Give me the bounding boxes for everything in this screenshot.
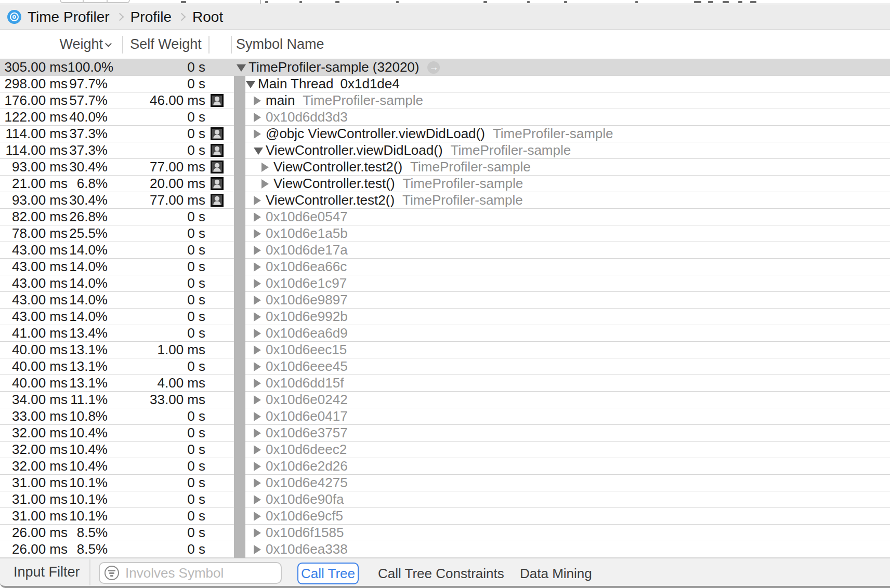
breadcrumb-item-instrument[interactable]: Time Profiler <box>28 9 110 25</box>
weight-percent-value: 30.4% <box>68 159 108 175</box>
symbol-cell: 0x10d6e1c97 <box>230 275 890 291</box>
disclosure-triangle-closed[interactable] <box>254 129 266 139</box>
disclosure-triangle-closed[interactable] <box>254 296 266 305</box>
disclosure-triangle-closed[interactable] <box>254 545 266 554</box>
call-tree-row[interactable]: 43.00 ms14.0%0 s0x10d6de17a <box>0 242 890 259</box>
disclosure-triangle-closed[interactable] <box>254 512 266 521</box>
disclosure-triangle-closed[interactable] <box>254 113 266 122</box>
call-tree-row[interactable]: 176.00 ms57.7%46.00 msmainTimeProfiler-s… <box>0 92 890 109</box>
disclosure-triangle-closed[interactable] <box>261 179 273 189</box>
call-tree-row[interactable]: 33.00 ms10.8%0 s0x10d6e0417 <box>0 408 890 425</box>
call-tree-row[interactable]: 21.00 ms6.8%20.00 msViewController.test(… <box>0 176 890 192</box>
disclosure-triangle-closed[interactable] <box>254 229 266 238</box>
disclosure-triangle-closed[interactable] <box>254 379 266 388</box>
disclosure-triangle-closed[interactable] <box>254 96 266 105</box>
disclosure-triangle-closed[interactable] <box>254 412 266 421</box>
disclosure-triangle-closed[interactable] <box>254 246 266 255</box>
disclosure-triangle-closed[interactable] <box>254 262 266 272</box>
call-tree-row[interactable]: 43.00 ms14.0%0 s0x10d6e9897 <box>0 292 890 309</box>
call-tree-row[interactable]: 114.00 ms37.3%0 s@objc ViewController.vi… <box>0 126 890 142</box>
weight-percent-value: 13.1% <box>68 342 108 358</box>
call-tree-row[interactable]: 43.00 ms14.0%0 s0x10d6ea66c <box>0 259 890 275</box>
call-tree-row[interactable]: 34.00 ms11.1%33.00 ms0x10d6e0242 <box>0 392 890 408</box>
column-header-self-weight[interactable]: Self Weight <box>123 36 208 52</box>
disclosure-triangle-closed[interactable] <box>254 362 266 371</box>
call-tree-row[interactable]: 43.00 ms14.0%0 s0x10d6e1c97 <box>0 275 890 292</box>
call-tree-row[interactable]: 40.00 ms13.1%0 s0x10d6eee45 <box>0 358 890 375</box>
symbol-label: ViewController.test2() <box>273 159 402 175</box>
call-tree-row[interactable]: 40.00 ms13.1%1.00 ms0x10d6eec15 <box>0 342 890 358</box>
symbol-label: 0x10d6f1585 <box>266 525 344 541</box>
call-tree-constraints-button[interactable]: Call Tree Constraints <box>378 563 504 584</box>
call-tree-row[interactable]: 78.00 ms25.5%0 s0x10d6e1a5b <box>0 225 890 242</box>
weight-percent-value: 8.5% <box>68 525 108 541</box>
column-header-symbol-name[interactable]: Symbol Name <box>232 36 324 52</box>
call-tree-row[interactable]: 32.00 ms10.4%0 s0x10d6e2d26 <box>0 458 890 475</box>
weight-ms-value: 31.00 ms <box>0 475 68 491</box>
chevron-right-icon <box>178 13 186 21</box>
call-tree-row[interactable]: 305.00 ms100.0%0 sTimeProfiler-sample (3… <box>0 59 890 76</box>
disclosure-triangle-closed[interactable] <box>254 345 266 355</box>
disclosure-triangle-closed[interactable] <box>261 163 273 172</box>
call-tree-row[interactable]: 31.00 ms10.1%0 s0x10d6e90fa <box>0 491 890 508</box>
self-weight-value: 0 s <box>108 358 205 375</box>
symbol-label: Main Thread <box>258 76 334 92</box>
symbol-cell: 0x10d6de17a <box>230 242 890 258</box>
disclosure-triangle-closed[interactable] <box>254 445 266 455</box>
call-tree-row[interactable]: 41.00 ms13.4%0 s0x10d6ea6d9 <box>0 325 890 342</box>
weight-ms-value: 32.00 ms <box>0 425 68 441</box>
symbol-label: 0x10d6deec2 <box>266 442 347 458</box>
disclosure-triangle-closed[interactable] <box>254 395 266 405</box>
disclosure-triangle-closed[interactable] <box>254 196 266 205</box>
person-badge-icon <box>211 144 224 157</box>
weight-ms-value: 43.00 ms <box>0 275 68 291</box>
disclosure-triangle-closed[interactable] <box>254 528 266 538</box>
call-tree-row[interactable]: 26.00 ms8.5%0 s0x10d6ea338 <box>0 541 890 558</box>
self-weight-value: 46.00 ms <box>108 92 205 109</box>
call-tree-row[interactable]: 32.00 ms10.4%0 s0x10d6deec2 <box>0 442 890 458</box>
call-tree-row[interactable]: 31.00 ms10.1%0 s0x10d6e4275 <box>0 475 890 491</box>
disclosure-triangle-closed[interactable] <box>254 212 266 222</box>
call-tree-row[interactable]: 93.00 ms30.4%77.00 msViewController.test… <box>0 159 890 176</box>
disclosure-triangle-closed[interactable] <box>254 312 266 322</box>
self-weight-value: 0 s <box>108 458 205 474</box>
call-tree-row[interactable]: 26.00 ms8.5%0 s0x10d6f1585 <box>0 525 890 541</box>
call-tree-row[interactable]: 40.00 ms13.1%4.00 ms0x10d6dd15f <box>0 375 890 392</box>
disclosure-triangle-closed[interactable] <box>254 429 266 438</box>
breadcrumb-item-root[interactable]: Root <box>192 9 223 25</box>
breadcrumb-item-profile[interactable]: Profile <box>130 9 172 25</box>
call-tree-row[interactable]: 122.00 ms40.0%0 s0x10d6dd3d3 <box>0 109 890 126</box>
symbol-cell: 0x10d6f1585 <box>230 525 890 541</box>
data-mining-button[interactable]: Data Mining <box>520 563 592 584</box>
self-weight-value: 77.00 ms <box>108 159 205 175</box>
call-tree-row[interactable]: 43.00 ms14.0%0 s0x10d6e992b <box>0 309 890 325</box>
disclosure-triangle-open[interactable] <box>254 146 266 155</box>
call-tree-row[interactable]: 298.00 ms97.7%0 sMain Thread0x1d1de4 <box>0 76 890 92</box>
self-weight-value: 0 s <box>108 425 205 441</box>
disclosure-triangle-open[interactable] <box>237 63 248 72</box>
symbol-cell: ViewController.test2()TimeProfiler-sampl… <box>230 159 890 175</box>
symbol-filter-input[interactable]: Involves Symbol <box>99 562 282 584</box>
disclosure-triangle-closed[interactable] <box>254 462 266 471</box>
column-header-weight[interactable]: Weight <box>0 36 111 52</box>
disclosure-triangle-closed[interactable] <box>254 478 266 488</box>
symbol-label: 0x10d6dd3d3 <box>266 109 348 125</box>
disclosure-triangle-closed[interactable] <box>254 495 266 504</box>
jump-arrow-icon[interactable]: → <box>427 61 440 74</box>
call-tree-row[interactable]: 32.00 ms10.4%0 s0x10d6e3757 <box>0 425 890 442</box>
call-tree-row[interactable]: 31.00 ms10.1%0 s0x10d6e9cf5 <box>0 508 890 525</box>
weight-ms-value: 43.00 ms <box>0 259 68 275</box>
call-tree-row[interactable]: 82.00 ms26.8%0 s0x10d6e0547 <box>0 209 890 225</box>
disclosure-triangle-closed[interactable] <box>254 279 266 288</box>
column-divider[interactable] <box>208 36 210 54</box>
symbol-cell: 0x10d6e4275 <box>230 475 890 491</box>
symbol-cell: 0x10d6e992b <box>230 309 890 325</box>
weight-percent-value: 10.8% <box>68 408 108 424</box>
disclosure-triangle-closed[interactable] <box>254 329 266 338</box>
call-tree-row[interactable]: 114.00 ms37.3%0 sViewController.viewDidL… <box>0 142 890 159</box>
call-tree-button[interactable]: Call Tree <box>297 563 359 584</box>
weight-ms-value: 114.00 ms <box>0 142 68 158</box>
symbol-cell: 0x10d6eec15 <box>230 342 890 358</box>
call-tree-row[interactable]: 93.00 ms30.4%77.00 msViewController.test… <box>0 192 890 209</box>
disclosure-triangle-open[interactable] <box>246 79 258 88</box>
